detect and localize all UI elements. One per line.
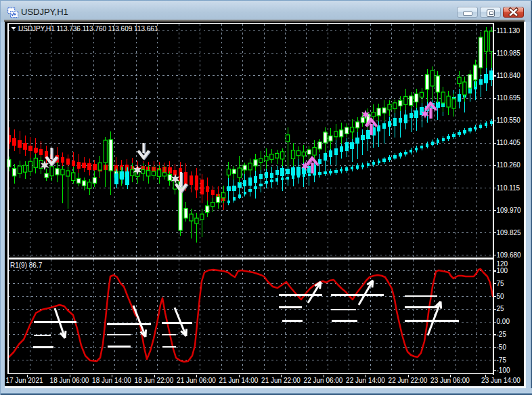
svg-text:R1(9) 86.7: R1(9) 86.7 — [10, 262, 43, 269]
svg-text:22 Jun 22:00: 22 Jun 22:00 — [389, 377, 428, 384]
svg-text:21 Jun 22:00: 21 Jun 22:00 — [261, 377, 301, 384]
svg-text:-25: -25 — [497, 331, 507, 338]
svg-text:110.550: 110.550 — [497, 117, 521, 124]
svg-text:110.840: 110.840 — [497, 72, 521, 79]
svg-text:110.985: 110.985 — [497, 49, 521, 57]
svg-text:17 Jun 2021: 17 Jun 2021 — [5, 377, 43, 384]
svg-text:25: 25 — [497, 305, 505, 312]
svg-text:-100: -100 — [497, 367, 510, 374]
svg-text:110.695: 110.695 — [497, 94, 521, 102]
svg-text:109.970: 109.970 — [497, 207, 522, 214]
svg-text:18 Jun 14:00: 18 Jun 14:00 — [92, 377, 131, 384]
svg-text:22 Jun 14:00: 22 Jun 14:00 — [346, 377, 385, 384]
svg-text:110.405: 110.405 — [497, 139, 521, 146]
svg-text:-75: -75 — [497, 356, 507, 364]
svg-text:75: 75 — [497, 280, 505, 287]
svg-text:100: 100 — [497, 267, 508, 274]
svg-text:USDJPY,H1 113.736 113.760 113.: USDJPY,H1 113.736 113.760 113.609 113.66… — [18, 25, 158, 33]
svg-text:21 Jun 14:00: 21 Jun 14:00 — [219, 377, 259, 384]
svg-text:109.825: 109.825 — [497, 229, 522, 236]
svg-text:0.00: 0.00 — [497, 318, 510, 325]
svg-text:111.130: 111.130 — [497, 27, 520, 35]
svg-text:23 Jun 06:00: 23 Jun 06:00 — [430, 377, 470, 384]
svg-text:18 Jun 22:00: 18 Jun 22:00 — [135, 377, 174, 384]
svg-text:23 Jun 14:00: 23 Jun 14:00 — [481, 377, 520, 384]
svg-text:22 Jun 06:00: 22 Jun 06:00 — [304, 377, 343, 384]
svg-text:18 Jun 06:00: 18 Jun 06:00 — [50, 377, 89, 384]
svg-text:50: 50 — [497, 293, 505, 300]
svg-text:109.680: 109.680 — [497, 251, 522, 259]
svg-text:21 Jun 06:00: 21 Jun 06:00 — [177, 377, 216, 384]
svg-text:110.260: 110.260 — [497, 161, 521, 169]
svg-text:-50: -50 — [497, 344, 507, 351]
svg-text:110.115: 110.115 — [497, 184, 520, 192]
